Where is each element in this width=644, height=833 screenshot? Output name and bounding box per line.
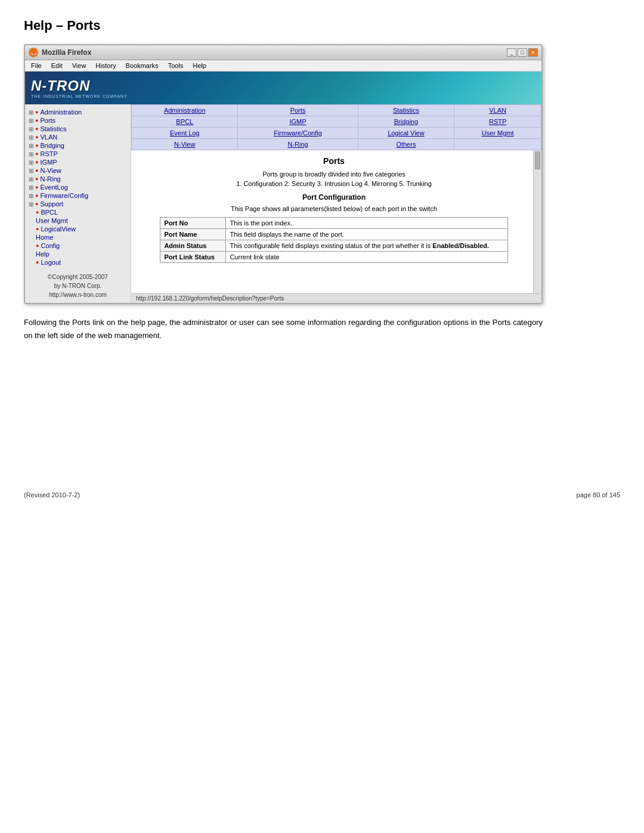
menu-edit[interactable]: Edit	[50, 61, 64, 70]
nav-statistics[interactable]: Statistics	[393, 107, 419, 114]
nav-nview[interactable]: N-View	[174, 141, 195, 148]
sidebar-item-eventlog[interactable]: ⊞ ● EventLog	[27, 183, 128, 191]
sidebar-item-bpcl[interactable]: ● BPCL	[27, 208, 128, 216]
sidebar-item-vlan[interactable]: ⊞ ● VLAN	[27, 133, 128, 141]
menu-bookmarks[interactable]: Bookmarks	[125, 61, 160, 70]
row-name-portname: Port Name	[160, 229, 226, 240]
bullet-icon: ●	[36, 209, 39, 215]
expand-icon: ⊞	[29, 117, 33, 124]
nav-rstp[interactable]: RSTP	[489, 118, 506, 125]
sidebar-label: Statistics	[40, 125, 66, 132]
sidebar-label: N-Ring	[40, 175, 60, 182]
nav-firmware[interactable]: Firmware/Config	[274, 129, 322, 137]
bullet-icon: ●	[35, 184, 38, 190]
sidebar-item-igmp[interactable]: ⊞ ● IGMP	[27, 158, 128, 166]
nav-bridging[interactable]: Bridging	[394, 118, 418, 125]
sidebar-item-help[interactable]: Help	[27, 250, 128, 258]
browser-content: ⊞ ● Administration ⊞ ● Ports ⊞ ● Statist…	[25, 104, 541, 303]
browser-window: 🦊 Mozilla Firefox _ □ ✕ File Edit View H…	[24, 44, 543, 304]
sidebar-item-ports[interactable]: ⊞ ● Ports	[27, 116, 128, 125]
body-paragraph: Following the Ports link on the help pag…	[24, 316, 543, 342]
nav-nring[interactable]: N-Ring	[287, 141, 308, 148]
sidebar-item-administration[interactable]: ⊞ ● Administration	[27, 108, 128, 116]
help-subtitle: Ports group is broadly divided into five…	[141, 171, 527, 178]
status-url: http://192.168.1.220/goform/helpDescript…	[136, 295, 284, 302]
sidebar-label: EventLog	[40, 184, 67, 191]
row-name-portlinkstatus: Port Link Status	[160, 252, 226, 263]
sidebar-item-usermgmt[interactable]: User Mgmt	[27, 216, 128, 225]
sidebar-label: BPCL	[41, 209, 58, 216]
expand-icon: ⊞	[29, 134, 33, 141]
row-desc-portlinkstatus: Current link state	[226, 252, 507, 263]
titlebar-left: 🦊 Mozilla Firefox	[29, 48, 91, 57]
minimize-button[interactable]: _	[507, 48, 516, 57]
close-button[interactable]: ✕	[528, 48, 538, 57]
port-table: Port No This is the port index. Port Nam…	[160, 217, 507, 263]
page-footer: (Revised 2010-7-2) page 80 of 145	[24, 491, 620, 498]
nav-bpcl[interactable]: BPCL	[176, 118, 193, 125]
window-controls: _ □ ✕	[507, 48, 538, 57]
sidebar-label: RSTP	[40, 150, 57, 157]
sidebar-item-logout[interactable]: ● Logout	[27, 258, 128, 267]
sidebar-item-config[interactable]: ● Config	[27, 241, 128, 250]
sidebar-item-rstp[interactable]: ⊞ ● RSTP	[27, 150, 128, 158]
menu-view[interactable]: View	[71, 61, 88, 70]
nav-logicalview[interactable]: Logical View	[388, 129, 425, 137]
expand-icon: ⊞	[29, 151, 33, 157]
nav-vlan[interactable]: VLAN	[489, 107, 506, 114]
sidebar-label: Config	[41, 242, 60, 249]
menu-history[interactable]: History	[94, 61, 117, 70]
nav-eventlog[interactable]: Event Log	[170, 129, 200, 137]
expand-icon: ⊞	[29, 184, 33, 191]
expand-icon: ⊞	[29, 168, 33, 174]
nav-administration[interactable]: Administration	[164, 107, 206, 114]
help-title: Ports	[141, 156, 527, 166]
sidebar-item-bridging[interactable]: ⊞ ● Bridging	[27, 141, 128, 150]
bullet-icon: ●	[35, 143, 38, 148]
section-desc: This Page shows all parameters(listed be…	[141, 205, 527, 212]
sidebar-item-home[interactable]: Home	[27, 233, 128, 241]
nav-ports[interactable]: Ports	[290, 107, 306, 114]
menu-tools[interactable]: Tools	[167, 61, 185, 70]
menu-file[interactable]: File	[30, 61, 43, 70]
sidebar-label: Help	[36, 250, 49, 258]
nav-igmp[interactable]: IGMP	[289, 118, 306, 125]
ntron-logo-text: N-TRON	[31, 78, 128, 94]
sidebar-item-firmware[interactable]: ⊞ ● Firmware/Config	[27, 191, 128, 200]
sidebar-copyright: ©Copyright 2005-2007by N-TRON Corp.http:…	[27, 272, 128, 299]
expand-icon: ⊞	[29, 126, 33, 132]
sidebar-label: Ports	[40, 117, 55, 124]
firefox-icon: 🦊	[29, 48, 38, 57]
row-desc-adminstatus: This configurable field displays existin…	[226, 240, 507, 252]
page-wrapper: Help – Ports 🦊 Mozilla Firefox _ □ ✕ Fil…	[0, 0, 644, 522]
scrollbar[interactable]	[533, 150, 541, 293]
sidebar-item-logicalview[interactable]: ● LogicalView	[27, 225, 128, 233]
maximize-button[interactable]: □	[518, 48, 527, 57]
expand-icon: ⊞	[29, 201, 33, 208]
bullet-icon: ●	[35, 151, 38, 157]
sidebar-item-support[interactable]: ⊞ ● Support	[27, 200, 128, 208]
bullet-icon: ●	[35, 201, 38, 207]
bullet-icon: ●	[35, 168, 38, 174]
bullet-icon: ●	[35, 134, 38, 140]
table-row: Port Name This field displays the name o…	[160, 229, 507, 240]
sidebar-label: IGMP	[40, 159, 57, 166]
nav-usermgmt[interactable]: User Mgmt	[482, 129, 514, 137]
nav-others[interactable]: Others	[396, 141, 416, 148]
sidebar-item-statistics[interactable]: ⊞ ● Statistics	[27, 125, 128, 133]
sidebar-label: Administration	[40, 109, 82, 116]
sidebar-item-nring[interactable]: ⊞ ● N-Ring	[27, 175, 128, 183]
menu-help[interactable]: Help	[191, 61, 208, 70]
browser-title: Mozilla Firefox	[42, 48, 91, 57]
main-content: Administration Ports Statistics VLAN BPC…	[131, 104, 541, 303]
table-row: Admin Status This configurable field dis…	[160, 240, 507, 252]
section-title: Port Configuration	[141, 193, 527, 202]
sidebar-item-nview[interactable]: ⊞ ● N-View	[27, 166, 128, 175]
bullet-icon: ●	[35, 193, 38, 199]
expand-icon: ⊞	[29, 159, 33, 166]
scroll-thumb[interactable]	[535, 151, 540, 169]
nav-table: Administration Ports Statistics VLAN BPC…	[131, 104, 541, 150]
sidebar-label: N-View	[40, 167, 61, 174]
bullet-icon: ●	[35, 117, 38, 123]
table-row: Port No This is the port index.	[160, 218, 507, 229]
